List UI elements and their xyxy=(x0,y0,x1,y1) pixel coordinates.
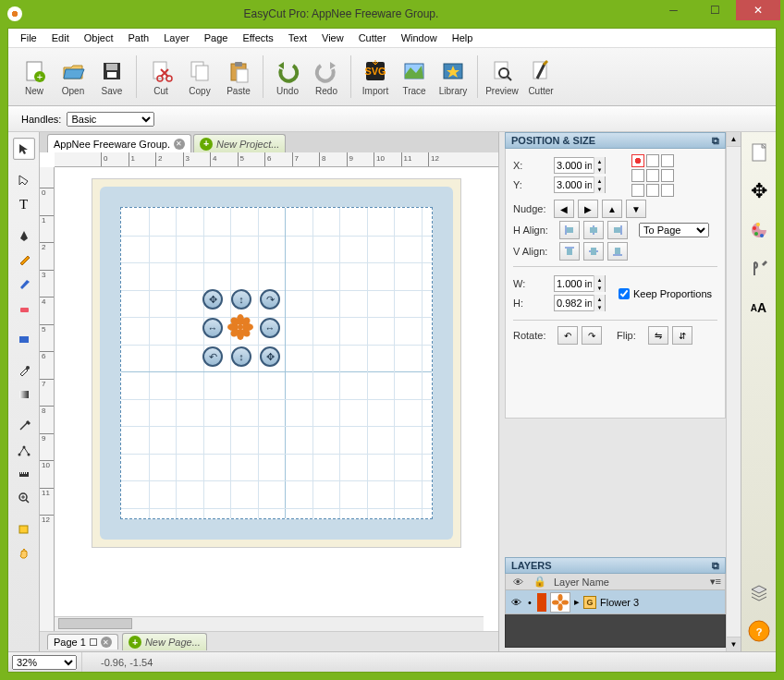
maximize-button[interactable]: ☐ xyxy=(694,0,736,20)
text-tool[interactable]: T xyxy=(13,193,35,215)
gradient-tool[interactable] xyxy=(13,383,35,406)
trace-button[interactable]: Trace xyxy=(396,52,433,102)
hand-tool[interactable] xyxy=(13,542,35,565)
keep-proportions-checkbox[interactable]: Keep Proportions xyxy=(619,288,712,299)
layer-row[interactable]: 👁 • ▸ G Flower 3 xyxy=(505,590,726,614)
lock-icon[interactable]: 🔒 xyxy=(532,576,548,588)
anchor-grid[interactable] xyxy=(631,154,674,197)
nudge-down[interactable]: ▼ xyxy=(626,200,646,218)
menu-cutter[interactable]: Cutter xyxy=(352,30,393,45)
minimize-button[interactable]: ─ xyxy=(653,0,694,20)
menu-text[interactable]: Text xyxy=(282,30,313,45)
settings-panel-button[interactable] xyxy=(746,256,772,282)
w-input[interactable]: ▲▼ xyxy=(554,275,606,292)
flip-v[interactable]: ⇵ xyxy=(672,326,692,345)
layer-color-swatch[interactable] xyxy=(537,593,546,612)
y-input[interactable]: ▲▼ xyxy=(554,176,606,193)
help-button[interactable]: ? xyxy=(746,618,772,644)
valign-top[interactable] xyxy=(559,242,580,261)
select-tool[interactable] xyxy=(13,138,35,160)
cut-button[interactable]: Cut xyxy=(142,52,179,102)
nudge-right[interactable]: ▶ xyxy=(578,200,598,218)
panel-scrollbar[interactable]: ▲ ▼ xyxy=(726,132,741,651)
knife-tool[interactable] xyxy=(13,415,35,437)
line-tool[interactable] xyxy=(13,439,35,461)
layers-panel-button[interactable] xyxy=(746,579,772,605)
nudge-up[interactable]: ▲ xyxy=(602,200,622,218)
horizontal-scrollbar[interactable] xyxy=(55,616,484,631)
color-panel-button[interactable] xyxy=(746,217,772,243)
x-input[interactable]: ▲▼ xyxy=(554,157,606,174)
open-button[interactable]: Open xyxy=(55,52,92,102)
valign-middle[interactable] xyxy=(583,242,604,261)
h-input[interactable]: ▲▼ xyxy=(554,295,606,311)
nudge-left[interactable]: ◀ xyxy=(554,200,574,218)
menu-edit[interactable]: Edit xyxy=(45,30,76,45)
menu-object[interactable]: Object xyxy=(78,30,120,45)
zoom-select[interactable]: 32% xyxy=(12,655,77,670)
cutter-button[interactable]: Cutter xyxy=(522,52,559,102)
crop-tool[interactable] xyxy=(13,518,35,540)
eyedropper-tool[interactable] xyxy=(13,359,35,382)
halign-right[interactable] xyxy=(607,221,628,239)
menu-layer[interactable]: Layer xyxy=(157,30,196,45)
menu-page[interactable]: Page xyxy=(198,30,235,45)
paste-button[interactable]: Paste xyxy=(220,52,257,102)
page-tab-new[interactable]: +New Page... xyxy=(122,633,207,650)
rotate-ccw[interactable]: ↶ xyxy=(557,326,578,345)
close-icon[interactable]: ✕ xyxy=(174,139,185,150)
import-button[interactable]: SVGImport xyxy=(357,52,394,102)
handle-nw[interactable]: ✥ xyxy=(202,289,223,310)
visibility-toggle[interactable]: 👁 xyxy=(509,597,522,608)
text-panel-button[interactable]: AA xyxy=(746,295,772,321)
brush-tool[interactable] xyxy=(13,273,35,295)
close-button[interactable]: ✕ xyxy=(736,0,780,20)
eraser-tool[interactable] xyxy=(13,297,35,319)
popout-icon[interactable]: ⧉ xyxy=(712,560,719,572)
visibility-icon[interactable]: 👁 xyxy=(509,577,526,588)
move-panel-button[interactable]: ✥ xyxy=(746,178,772,204)
handle-e[interactable]: ↔ xyxy=(260,318,280,338)
preview-button[interactable]: Preview xyxy=(484,52,521,102)
handles-select[interactable]: Basic xyxy=(67,112,154,127)
menu-window[interactable]: Window xyxy=(395,30,444,45)
handle-ne[interactable]: ↷ xyxy=(260,289,280,310)
edit-tool[interactable] xyxy=(13,169,35,191)
copy-button[interactable]: Copy xyxy=(181,52,218,102)
menu-file[interactable]: File xyxy=(14,30,43,45)
rotate-cw[interactable]: ↷ xyxy=(582,326,602,345)
align-ref-select[interactable]: To Page xyxy=(639,223,709,237)
canvas-area[interactable]: 0123456789101112 0123456789101112 xyxy=(40,152,498,631)
tab-new-project[interactable]: +New Project... xyxy=(193,134,286,152)
flip-h[interactable]: ⇋ xyxy=(648,326,668,345)
menu-path[interactable]: Path xyxy=(122,30,156,45)
halign-center[interactable] xyxy=(583,221,604,239)
tab-active-doc[interactable]: AppNee Freeware Group.✕ xyxy=(47,134,191,152)
handle-n[interactable]: ↕ xyxy=(231,289,251,310)
handle-w[interactable]: ↔ xyxy=(202,318,223,338)
menu-effects[interactable]: Effects xyxy=(236,30,279,45)
valign-bottom[interactable] xyxy=(607,242,628,261)
redo-button[interactable]: Redo xyxy=(308,52,345,102)
pencil-tool[interactable] xyxy=(13,249,35,271)
popout-icon[interactable]: ⧉ xyxy=(712,135,719,147)
library-button[interactable]: Library xyxy=(435,52,472,102)
halign-left[interactable] xyxy=(559,221,580,239)
pen-tool[interactable] xyxy=(13,225,35,247)
save-button[interactable]: Save xyxy=(93,52,130,102)
page-tab-1[interactable]: Page 1✕ xyxy=(47,634,118,650)
close-icon[interactable]: ✕ xyxy=(101,637,112,648)
zoom-tool[interactable] xyxy=(13,487,35,509)
document-panel-button[interactable] xyxy=(746,140,772,165)
handle-se[interactable]: ✥ xyxy=(260,346,280,367)
layer-menu-icon[interactable]: ▾≡ xyxy=(710,576,721,588)
shape-tool[interactable] xyxy=(13,328,35,350)
undo-button[interactable]: Undo xyxy=(269,52,306,102)
handle-sw[interactable]: ↶ xyxy=(202,346,223,367)
menu-help[interactable]: Help xyxy=(446,30,480,45)
measure-tool[interactable] xyxy=(13,463,35,485)
expand-icon[interactable]: ▸ xyxy=(574,596,580,608)
new-button[interactable]: +New xyxy=(16,52,53,102)
handle-s[interactable]: ↕ xyxy=(231,346,251,367)
menu-view[interactable]: View xyxy=(315,30,350,45)
